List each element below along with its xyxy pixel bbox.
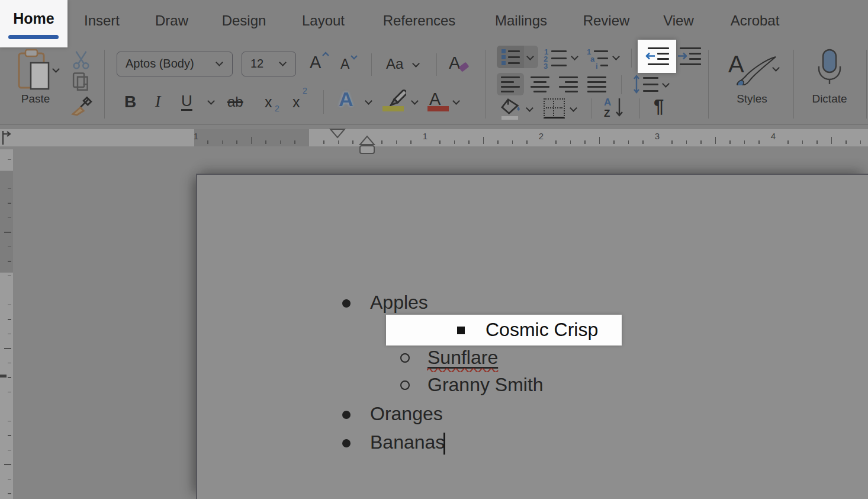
shading-chevron[interactable] (526, 104, 533, 112)
format-painter-icon[interactable] (69, 97, 94, 119)
left-indent-marker (360, 146, 374, 153)
underline-chevron[interactable] (207, 97, 215, 105)
numbering-chevron[interactable] (571, 53, 578, 60)
indent-markers[interactable] (326, 128, 385, 155)
strikethrough-button[interactable]: ab (227, 95, 243, 109)
document-canvas: Apples Cosmic Crisp Sunflare Granny Smit… (0, 146, 868, 499)
bullet-icon (342, 299, 351, 308)
circle-bullet-icon (400, 353, 410, 363)
show-paragraph-marks-button[interactable]: ¶ (654, 97, 664, 116)
group-divider (793, 50, 794, 119)
group-divider (866, 50, 867, 119)
font-name-chevron[interactable] (216, 59, 223, 66)
underline-button[interactable]: U (181, 93, 192, 108)
divider (323, 90, 324, 114)
paste-button-label[interactable]: Paste (21, 92, 50, 105)
divider (591, 98, 592, 119)
circle-bullet-icon (400, 380, 410, 390)
borders-chevron[interactable] (570, 104, 577, 112)
group-divider (486, 50, 486, 119)
dictate-label: Dictate (812, 92, 847, 105)
tab-layout[interactable]: Layout (302, 0, 345, 41)
tab-review[interactable]: Review (583, 0, 630, 41)
tab-home-spotlight[interactable]: Home (0, 0, 67, 47)
bullets-button[interactable] (497, 46, 524, 68)
highlight-chevron[interactable] (411, 97, 419, 105)
tab-draw[interactable]: Draw (155, 0, 188, 41)
list-item-highlighted[interactable]: Cosmic Crisp (486, 319, 598, 341)
list-item[interactable]: Apples (370, 292, 428, 314)
styles-brush-icon (733, 55, 780, 85)
divider (371, 53, 372, 76)
line-spacing-arrows-icon (632, 75, 641, 94)
font-color-bar (427, 106, 449, 111)
shrink-font-caret-icon (350, 55, 358, 60)
tab-home[interactable]: Home (0, 0, 67, 37)
ruler-margin-band (194, 129, 309, 146)
left-arrow-icon (645, 52, 655, 60)
highlighter-pen-icon (382, 87, 406, 106)
highlight-color-bar (382, 106, 404, 111)
list-item[interactable]: Granny Smith (427, 374, 544, 396)
decrease-indent-spotlight (638, 40, 676, 73)
tab-design[interactable]: Design (222, 0, 266, 41)
ribbon-bottom-border (0, 124, 868, 125)
styles-label: Styles (737, 92, 767, 105)
active-tab-underline (8, 35, 59, 39)
font-name-combo[interactable]: Aptos (Body) (117, 52, 233, 76)
square-bullet-icon (457, 327, 465, 334)
group-divider (104, 50, 105, 119)
divider (639, 98, 640, 119)
divider (436, 53, 437, 76)
bullet-icon (342, 439, 351, 447)
divider (621, 75, 622, 94)
right-arrow-icon (677, 52, 688, 60)
microphone-icon (816, 49, 843, 87)
list-item[interactable]: Sunflare (427, 347, 498, 369)
borders-button[interactable] (544, 98, 565, 119)
line-spacing-chevron[interactable] (662, 80, 670, 88)
font-size-value: 12 (250, 57, 263, 71)
ruler-margin-number: 1 (194, 131, 198, 141)
paste-icon[interactable] (17, 49, 52, 92)
vertical-ruler-margin-band (0, 171, 13, 273)
tab-mailings[interactable]: Mailings (495, 0, 547, 41)
ruler-number-1: 1 (423, 131, 427, 141)
vertical-ruler-marker (0, 375, 7, 378)
ruler-number-3: 3 (655, 131, 660, 141)
list-item[interactable]: Oranges (370, 403, 443, 425)
group-divider (708, 50, 709, 119)
list-item[interactable]: Bananas (370, 431, 445, 453)
ruler-number-2: 2 (539, 131, 544, 141)
text-cursor (443, 433, 445, 455)
font-color-chevron[interactable] (452, 97, 460, 105)
tab-view[interactable]: View (663, 0, 694, 41)
paste-dropdown-chevron[interactable] (52, 65, 60, 73)
change-case-chevron[interactable] (412, 60, 420, 68)
multilevel-chevron[interactable] (612, 53, 620, 60)
font-name-value: Aptos (Body) (126, 57, 194, 71)
text-effects-chevron[interactable] (365, 97, 372, 105)
shading-color-bar (501, 116, 518, 120)
tab-selector-icon[interactable] (1, 130, 13, 146)
paint-bucket-icon (500, 98, 523, 117)
bold-button[interactable]: B (124, 94, 136, 110)
hanging-indent-marker (360, 136, 374, 145)
copy-icon[interactable] (71, 72, 91, 92)
bullet-icon (342, 411, 351, 419)
font-size-combo[interactable]: 12 (242, 52, 296, 76)
sort-arrow-icon (615, 97, 624, 119)
horizontal-ruler: 1 1 2 3 4 (0, 129, 868, 146)
grow-font-caret-icon (322, 52, 330, 57)
font-size-chevron[interactable] (279, 59, 287, 66)
word-window: Home Insert Draw Design Layout Reference… (0, 0, 868, 499)
cut-icon[interactable] (71, 50, 91, 70)
tab-references[interactable]: References (383, 0, 456, 41)
ruler-number-4: 4 (771, 131, 776, 141)
spellcheck-squiggle (427, 367, 499, 372)
first-line-indent-marker (330, 129, 345, 137)
italic-button[interactable]: I (155, 93, 160, 110)
vertical-ruler (0, 149, 13, 499)
tab-acrobat[interactable]: Acrobat (731, 0, 780, 41)
tab-insert[interactable]: Insert (84, 0, 120, 41)
